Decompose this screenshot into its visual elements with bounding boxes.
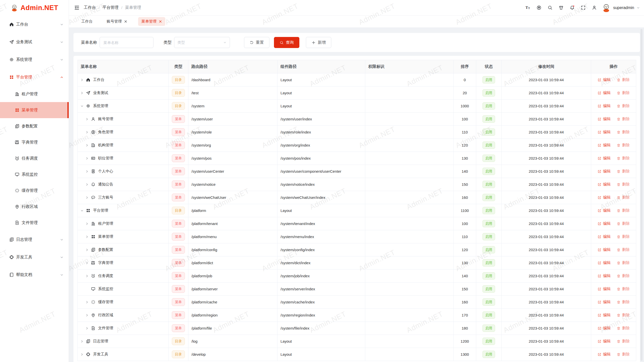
sidebar-item-business-test[interactable]: 业务测试: [0, 33, 69, 51]
delete-button[interactable]: 删除: [617, 208, 630, 213]
delete-button[interactable]: 删除: [617, 247, 630, 252]
chevron-right-icon[interactable]: [85, 235, 89, 239]
chevron-right-icon[interactable]: [85, 274, 89, 278]
notification-button[interactable]: [567, 2, 578, 13]
delete-button[interactable]: 删除: [617, 326, 630, 331]
font-size-button[interactable]: TT: [522, 2, 533, 13]
edit-button[interactable]: 编辑: [597, 339, 611, 344]
sidebar-item-tenant-mgmt[interactable]: 租户管理: [0, 86, 69, 102]
menu-name-input[interactable]: [100, 37, 153, 48]
reset-button[interactable]: 重置: [244, 37, 269, 48]
edit-button[interactable]: 编辑: [597, 169, 611, 174]
delete-button[interactable]: 删除: [617, 221, 630, 226]
tab-workbench[interactable]: 工作台: [78, 17, 96, 26]
tab-menu-mgmt[interactable]: 菜单管理: [138, 17, 165, 26]
delete-button[interactable]: 删除: [617, 130, 630, 134]
edit-button[interactable]: 编辑: [597, 77, 611, 82]
delete-button[interactable]: 删除: [617, 195, 630, 200]
chevron-right-icon[interactable]: [85, 117, 89, 121]
edit-button[interactable]: 编辑: [597, 274, 611, 278]
edit-button[interactable]: 编辑: [597, 326, 611, 331]
edit-button[interactable]: 编辑: [597, 130, 611, 134]
delete-button[interactable]: 删除: [617, 234, 630, 239]
chevron-right-icon[interactable]: [85, 144, 89, 147]
sidebar-item-system-mgmt[interactable]: 系统管理: [0, 51, 69, 68]
chevron-right-icon[interactable]: [85, 170, 89, 173]
delete-button[interactable]: 删除: [617, 90, 630, 95]
sidebar-item-help-docs[interactable]: 帮助文档: [0, 266, 69, 284]
logo[interactable]: Admin.NET: [0, 0, 69, 16]
fullscreen-button[interactable]: [578, 2, 589, 13]
edit-button[interactable]: 编辑: [597, 221, 611, 226]
theme-button[interactable]: [555, 2, 567, 13]
sidebar-item-cache-mgmt[interactable]: 缓存管理: [0, 183, 69, 199]
scrollbar[interactable]: [640, 29, 642, 361]
edit-button[interactable]: 编辑: [597, 90, 611, 95]
edit-button[interactable]: 编辑: [597, 352, 611, 357]
delete-button[interactable]: 删除: [617, 143, 630, 148]
delete-button[interactable]: 删除: [617, 352, 630, 357]
sidebar-item-system-monitor[interactable]: 系统监控: [0, 166, 69, 183]
edit-button[interactable]: 编辑: [597, 117, 611, 121]
edit-button[interactable]: 编辑: [597, 104, 611, 108]
breadcrumb-item[interactable]: 工作台: [84, 5, 96, 10]
delete-button[interactable]: 删除: [617, 117, 630, 121]
chevron-right-icon[interactable]: [80, 340, 84, 343]
delete-button[interactable]: 删除: [617, 287, 630, 291]
delete-button[interactable]: 删除: [617, 313, 630, 318]
edit-button[interactable]: 编辑: [597, 234, 611, 239]
delete-button[interactable]: 删除: [617, 156, 630, 161]
add-button[interactable]: 新增: [306, 37, 331, 48]
collapse-menu-icon[interactable]: [74, 5, 80, 11]
chevron-right-icon[interactable]: [80, 78, 84, 82]
chevron-right-icon[interactable]: [80, 91, 84, 95]
language-button[interactable]: [533, 2, 544, 13]
chevron-right-icon[interactable]: [85, 196, 89, 199]
chevron-right-icon[interactable]: [85, 157, 89, 160]
close-icon[interactable]: [124, 20, 127, 23]
sidebar-item-menu-mgmt[interactable]: 菜单管理: [0, 102, 69, 118]
chevron-right-icon[interactable]: [85, 183, 89, 186]
chevron-down-icon[interactable]: [80, 104, 84, 108]
edit-button[interactable]: 编辑: [597, 182, 611, 187]
chevron-right-icon[interactable]: [85, 130, 89, 134]
delete-button[interactable]: 删除: [617, 182, 630, 187]
sidebar-item-log-mgmt[interactable]: 日志管理: [0, 231, 69, 248]
delete-button[interactable]: 删除: [617, 339, 630, 344]
chevron-down-icon[interactable]: [80, 209, 84, 212]
sidebar-item-task-schedule[interactable]: 任务调度: [0, 150, 69, 166]
delete-button[interactable]: 删除: [617, 300, 630, 304]
sidebar-item-dict-mgmt[interactable]: 字典管理: [0, 134, 69, 150]
chevron-right-icon[interactable]: [85, 261, 89, 265]
edit-button[interactable]: 编辑: [597, 143, 611, 148]
sidebar-item-platform-mgmt[interactable]: 平台管理: [0, 68, 69, 86]
search-button[interactable]: 查询: [274, 37, 299, 48]
chevron-right-icon[interactable]: [80, 353, 84, 356]
sidebar-item-param-config[interactable]: 参数配置: [0, 118, 69, 134]
chevron-right-icon[interactable]: [85, 222, 89, 225]
edit-button[interactable]: 编辑: [597, 300, 611, 304]
tab-account-mgmt[interactable]: 账号管理: [103, 17, 131, 26]
sidebar-item-workbench[interactable]: 工作台: [0, 16, 69, 33]
edit-button[interactable]: 编辑: [597, 287, 611, 291]
delete-button[interactable]: 删除: [617, 104, 630, 108]
edit-button[interactable]: 编辑: [597, 156, 611, 161]
edit-button[interactable]: 编辑: [597, 208, 611, 213]
type-select[interactable]: 类型: [174, 37, 230, 48]
delete-button[interactable]: 删除: [617, 77, 630, 82]
sidebar-item-file-mgmt[interactable]: 文件管理: [0, 215, 69, 231]
search-button[interactable]: [544, 2, 555, 13]
chevron-right-icon[interactable]: [85, 248, 89, 252]
edit-button[interactable]: 编辑: [597, 260, 611, 265]
delete-button[interactable]: 删除: [617, 274, 630, 278]
edit-button[interactable]: 编辑: [597, 313, 611, 318]
chevron-right-icon[interactable]: [85, 313, 89, 317]
breadcrumb-item[interactable]: 平台管理: [102, 5, 118, 10]
close-icon[interactable]: [159, 20, 162, 23]
edit-button[interactable]: 编辑: [597, 247, 611, 252]
chevron-right-icon[interactable]: [85, 300, 89, 304]
chevron-right-icon[interactable]: [85, 327, 89, 330]
user-menu[interactable]: superadmin: [602, 3, 640, 12]
sidebar-item-admin-region[interactable]: 行政区域: [0, 199, 69, 215]
edit-button[interactable]: 编辑: [597, 195, 611, 200]
